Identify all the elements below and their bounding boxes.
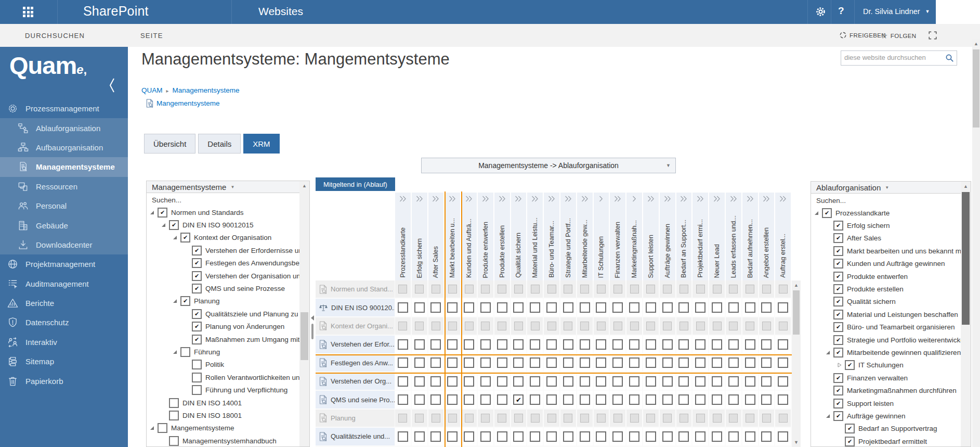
matrix-checkbox[interactable] [398, 302, 408, 313]
matrix-cell[interactable] [544, 373, 559, 390]
matrix-checkbox[interactable] [480, 376, 491, 387]
sidebar-item-ablauforganisation[interactable]: Ablauforganisation [0, 118, 128, 137]
tree-checkbox[interactable] [192, 322, 202, 331]
matrix-cell[interactable] [726, 317, 741, 335]
right-tree-item-support-leisten[interactable]: Support leisten [811, 397, 961, 410]
matrix-cell[interactable] [643, 410, 659, 427]
matrix-cell[interactable] [626, 410, 642, 427]
sidebar-item-aufbauorganisation[interactable]: Aufbauorganisation [0, 138, 128, 157]
subpage-link[interactable]: Mangementsysteme [146, 99, 220, 108]
tree-checkbox[interactable] [845, 424, 855, 433]
matrix-cell[interactable] [660, 410, 675, 427]
matrix-checkbox[interactable] [695, 431, 705, 442]
matrix-cell[interactable] [395, 428, 411, 445]
left-panel-search[interactable]: Suchen... [147, 193, 309, 206]
matrix-checkbox[interactable] [778, 431, 788, 442]
matrix-checkbox[interactable] [596, 431, 606, 442]
matrix-cell[interactable] [594, 280, 609, 298]
right-tree-item-mitarbeitende-gewinnen-qualifizieren-und-binden[interactable]: Mitarbeitende gewinnen qualifizieren und… [811, 346, 961, 359]
matrix-cell[interactable] [775, 336, 791, 353]
matrix-checkbox[interactable] [580, 339, 590, 350]
tree-checkbox[interactable] [192, 360, 202, 369]
matrix-checkbox[interactable] [678, 394, 689, 405]
left-tree-item-festlegen-des-anwendungsbereichs[interactable]: Festlegen des Anwendungsbereichs [147, 257, 299, 270]
right-tree-item-auftr-ge-gewinnen[interactable]: Aufträge gewinnen [811, 410, 961, 422]
matrix-cell[interactable] [660, 299, 675, 316]
matrix-checkbox[interactable] [580, 376, 590, 387]
matrix-checkbox[interactable] [546, 394, 557, 405]
matrix-checkbox[interactable] [464, 339, 474, 350]
matrix-checkbox[interactable] [745, 394, 755, 405]
matrix-checkbox[interactable] [530, 302, 540, 313]
matrix-checkbox[interactable] [695, 302, 705, 313]
matrix-column-header-after-sales[interactable]: After Sales [428, 193, 444, 280]
matrix-cell[interactable] [577, 354, 593, 372]
matrix-cell[interactable] [560, 299, 576, 316]
matrix-cell[interactable] [709, 299, 725, 316]
matrix-cell[interactable] [527, 280, 543, 298]
matrix-cell[interactable] [626, 280, 642, 298]
matrix-cell[interactable] [692, 428, 708, 445]
matrix-checkbox[interactable] [728, 339, 739, 350]
matrix-cell[interactable] [412, 336, 427, 353]
matrix-checkbox[interactable] [646, 394, 656, 405]
matrix-checkbox[interactable] [662, 394, 673, 405]
matrix-checkbox[interactable] [530, 357, 540, 368]
matrix-cell[interactable] [445, 410, 460, 427]
matrix-cell[interactable] [395, 336, 411, 353]
matrix-cell[interactable] [445, 391, 460, 408]
matrix-cell[interactable] [445, 317, 460, 335]
matrix-cell[interactable] [610, 280, 625, 298]
matrix-cell[interactable] [676, 280, 692, 298]
matrix-cell[interactable] [610, 299, 625, 316]
scroll-down-icon[interactable]: ▼ [792, 438, 801, 447]
matrix-cell[interactable] [726, 336, 741, 353]
matrix-checkbox[interactable] [695, 357, 705, 368]
matrix-checkbox[interactable] [447, 431, 458, 442]
right-tree-item-prozesslandkarte[interactable]: Prozesslandkarte [811, 207, 961, 219]
matrix-cell[interactable] [594, 317, 609, 335]
right-tree-item-after-sales[interactable]: After Sales [811, 232, 961, 245]
sidebar-item-managementsysteme[interactable]: Managementsysteme [0, 157, 128, 176]
matrix-checkbox[interactable] [761, 339, 772, 350]
matrix-checkbox[interactable] [761, 357, 772, 368]
share-button[interactable]: FREIGEBEN [839, 31, 886, 39]
sidebar-item-sitemap[interactable]: Sitemap [0, 352, 128, 371]
matrix-cell[interactable] [445, 336, 460, 353]
matrix-checkbox[interactable] [629, 376, 639, 387]
matrix-cell[interactable] [527, 317, 543, 335]
matrix-checkbox[interactable] [530, 339, 540, 350]
sidebar-item-ressourcen[interactable]: Ressourcen [0, 177, 128, 196]
matrix-cell[interactable] [544, 428, 559, 445]
matrix-checkbox[interactable] [761, 394, 772, 405]
right-panel-header[interactable]: Ablauforganisation▼ [811, 182, 962, 194]
matrix-checkbox[interactable] [480, 431, 491, 442]
matrix-cell[interactable] [494, 354, 510, 372]
matrix-cell[interactable] [511, 336, 527, 353]
matrix-checkbox[interactable] [612, 339, 623, 350]
matrix-cell[interactable] [511, 280, 527, 298]
tree-checkbox[interactable] [192, 284, 202, 293]
left-tree-item-kontext-der-organisation[interactable]: Kontext der Organisation [147, 232, 299, 244]
right-tree-item-markt-bearbeiten-und-uns-bekannt-machen[interactable]: Markt bearbeiten und uns bekannt machen [811, 245, 961, 257]
matrix-cell[interactable] [726, 280, 741, 298]
matrix-column-header-angebot-erstellen[interactable]: Angebot erstellen [759, 193, 775, 280]
tree-checkbox[interactable] [833, 386, 843, 395]
matrix-cell[interactable] [742, 410, 758, 427]
matrix-cell[interactable] [544, 410, 559, 427]
matrix-checkbox[interactable] [712, 357, 722, 368]
matrix-checkbox[interactable] [580, 302, 590, 313]
matrix-cell[interactable] [412, 410, 427, 427]
matrix-cell[interactable] [726, 373, 741, 390]
matrix-checkbox[interactable] [629, 431, 639, 442]
scrollbar-thumb[interactable] [300, 312, 308, 360]
matrix-cell[interactable] [626, 354, 642, 372]
left-panel-scrollbar[interactable]: ▲ [299, 181, 309, 446]
matrix-checkbox[interactable] [778, 376, 788, 387]
scroll-up-icon[interactable]: ▲ [972, 39, 980, 48]
matrix-cell[interactable] [511, 299, 527, 316]
matrix-cell[interactable] [610, 373, 625, 390]
matrix-cell[interactable] [527, 299, 543, 316]
matrix-cell[interactable] [478, 410, 493, 427]
tree-checkbox[interactable] [158, 208, 167, 218]
